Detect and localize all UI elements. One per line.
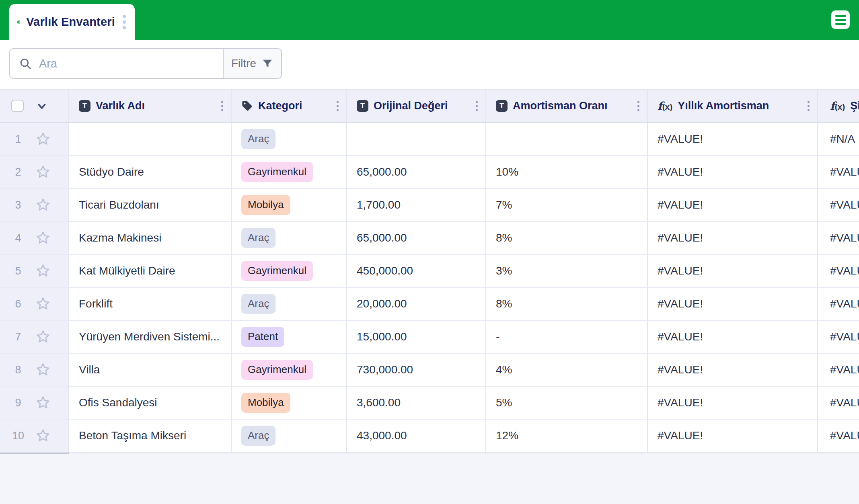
cell-kategori[interactable]: Gayrimenkul (232, 156, 347, 188)
cell-orijinal-degeri[interactable]: 20,000.00 (347, 288, 486, 320)
cell-amortisman-orani[interactable]: 5% (486, 387, 648, 419)
sheet-tab[interactable]: Varlık Envanteri (9, 4, 135, 40)
cell-kategori[interactable]: Mobilya (232, 387, 347, 419)
cell-varlik-adi[interactable]: Stüdyo Daire (69, 156, 232, 188)
star-icon[interactable] (35, 296, 51, 311)
column-header-amortisman-orani[interactable]: T Amortisman Oranı (486, 90, 648, 122)
cell-si[interactable]: #VALUE! (818, 321, 859, 353)
cell-yillik-amortisman[interactable]: #VALUE! (648, 354, 818, 386)
table-row[interactable]: 3 Ticari Buzdolanı Mobilya 1,700.00 7% #… (0, 189, 859, 222)
star-icon[interactable] (35, 395, 51, 410)
cell-kategori[interactable]: Gayrimenkul (232, 255, 347, 287)
row-number[interactable]: 5 (11, 265, 25, 277)
cell-kategori[interactable]: Araç (232, 222, 347, 254)
column-header-orijinal-degeri[interactable]: T Orijinal Değeri (347, 90, 486, 122)
column-menu-icon[interactable] (806, 100, 811, 112)
table-row[interactable]: 1 Araç #VALUE! #N/A (0, 123, 859, 156)
row-number[interactable]: 4 (11, 232, 25, 244)
cell-orijinal-degeri[interactable]: 15,000.00 (347, 321, 486, 353)
tab-menu-icon[interactable] (121, 13, 127, 31)
table-row[interactable]: 6 Forklift Araç 20,000.00 8% #VALUE! #VA… (0, 288, 859, 321)
cell-kategori[interactable]: Araç (232, 420, 347, 452)
star-icon[interactable] (35, 230, 51, 246)
cell-orijinal-degeri[interactable]: 65,000.00 (347, 222, 486, 254)
cell-amortisman-orani[interactable]: 7% (486, 189, 648, 221)
cell-orijinal-degeri[interactable]: 43,000.00 (347, 420, 486, 452)
column-menu-icon[interactable] (636, 100, 641, 112)
cell-amortisman-orani[interactable]: - (486, 321, 648, 353)
search-input[interactable]: Ara (9, 48, 224, 79)
row-number[interactable]: 9 (11, 397, 25, 409)
cell-amortisman-orani[interactable]: 10% (486, 156, 648, 188)
cell-orijinal-degeri[interactable]: 730,000.00 (347, 354, 486, 386)
row-number[interactable]: 10 (11, 430, 25, 442)
cell-varlik-adi[interactable] (69, 123, 232, 155)
cell-si[interactable]: #VALUE! (818, 387, 859, 419)
filter-button[interactable]: Filtre (223, 48, 282, 79)
cell-yillik-amortisman[interactable]: #VALUE! (648, 255, 818, 287)
table-row[interactable]: 2 Stüdyo Daire Gayrimenkul 65,000.00 10%… (0, 156, 859, 189)
cell-kategori[interactable]: Mobilya (232, 189, 347, 221)
cell-kategori[interactable]: Gayrimenkul (232, 354, 347, 386)
cell-yillik-amortisman[interactable]: #VALUE! (648, 321, 818, 353)
chevron-down-icon[interactable] (36, 100, 48, 112)
table-row[interactable]: 10 Beton Taşıma Mikseri Araç 43,000.00 1… (0, 420, 859, 453)
cell-varlik-adi[interactable]: Kat Mülkiyetli Daire (69, 255, 232, 287)
cell-yillik-amortisman[interactable]: #VALUE! (648, 189, 818, 221)
column-header-kategori[interactable]: Kategori (232, 90, 347, 122)
column-header-varlik-adi[interactable]: T Varlık Adı (69, 90, 232, 122)
cell-yillik-amortisman[interactable]: #VALUE! (648, 420, 818, 452)
row-number[interactable]: 7 (11, 331, 25, 343)
cell-si[interactable]: #VALUE! (818, 420, 859, 452)
table-row[interactable]: 5 Kat Mülkiyetli Daire Gayrimenkul 450,0… (0, 255, 859, 288)
cell-si[interactable]: #VALUE! (818, 255, 859, 287)
column-menu-icon[interactable] (475, 100, 479, 112)
cell-amortisman-orani[interactable]: 8% (486, 222, 648, 254)
cell-varlik-adi[interactable]: Villa (69, 354, 232, 386)
star-icon[interactable] (35, 362, 51, 377)
column-menu-icon[interactable] (220, 100, 224, 112)
column-menu-icon[interactable] (335, 100, 340, 112)
cell-orijinal-degeri[interactable]: 450,000.00 (347, 255, 486, 287)
row-number[interactable]: 1 (11, 133, 25, 145)
cell-yillik-amortisman[interactable]: #VALUE! (648, 156, 818, 188)
cell-yillik-amortisman[interactable]: #VALUE! (648, 387, 818, 419)
star-icon[interactable] (35, 197, 51, 213)
cell-si[interactable]: #N/A (818, 123, 859, 155)
cell-kategori[interactable]: Araç (232, 288, 347, 320)
star-icon[interactable] (35, 428, 51, 443)
row-number[interactable]: 3 (11, 199, 25, 211)
cell-si[interactable]: #VALUE! (818, 189, 859, 221)
table-row[interactable]: 7 Yürüyen Merdiven Sistemi... Patent 15,… (0, 321, 859, 354)
star-icon[interactable] (35, 329, 51, 344)
main-menu-button[interactable] (831, 10, 850, 29)
cell-varlik-adi[interactable]: Kazma Makinesi (69, 222, 232, 254)
cell-yillik-amortisman[interactable]: #VALUE! (648, 222, 818, 254)
star-icon[interactable] (35, 263, 51, 279)
cell-si[interactable]: #VALUE! (818, 288, 859, 320)
cell-yillik-amortisman[interactable]: #VALUE! (648, 288, 818, 320)
cell-orijinal-degeri[interactable]: 3,600.00 (347, 387, 486, 419)
cell-amortisman-orani[interactable]: 3% (486, 255, 648, 287)
cell-amortisman-orani[interactable]: 8% (486, 288, 648, 320)
cell-orijinal-degeri[interactable]: 65,000.00 (347, 156, 486, 188)
cell-varlik-adi[interactable]: Yürüyen Merdiven Sistemi... (69, 321, 232, 353)
cell-si[interactable]: #VALUE! (818, 156, 859, 188)
cell-varlik-adi[interactable]: Forklift (69, 288, 232, 320)
cell-amortisman-orani[interactable] (486, 123, 648, 155)
row-number[interactable]: 8 (11, 364, 25, 376)
column-header-si[interactable]: f(x) Şi (818, 90, 859, 122)
cell-si[interactable]: #VALUE! (818, 222, 859, 254)
column-header-yillik-amortisman[interactable]: f(x) Yıllık Amortisman (648, 90, 818, 122)
cell-amortisman-orani[interactable]: 4% (486, 354, 648, 386)
cell-yillik-amortisman[interactable]: #VALUE! (648, 123, 818, 155)
cell-kategori[interactable]: Araç (232, 123, 347, 155)
table-row[interactable]: 4 Kazma Makinesi Araç 65,000.00 8% #VALU… (0, 222, 859, 255)
star-icon[interactable] (35, 131, 51, 147)
cell-kategori[interactable]: Patent (232, 321, 347, 353)
cell-varlik-adi[interactable]: Beton Taşıma Mikseri (69, 420, 232, 452)
table-row[interactable]: 9 Ofis Sandalyesi Mobilya 3,600.00 5% #V… (0, 387, 859, 420)
select-all-checkbox[interactable] (11, 100, 24, 112)
row-number[interactable]: 6 (11, 298, 25, 310)
cell-si[interactable]: #VALUE! (818, 354, 859, 386)
